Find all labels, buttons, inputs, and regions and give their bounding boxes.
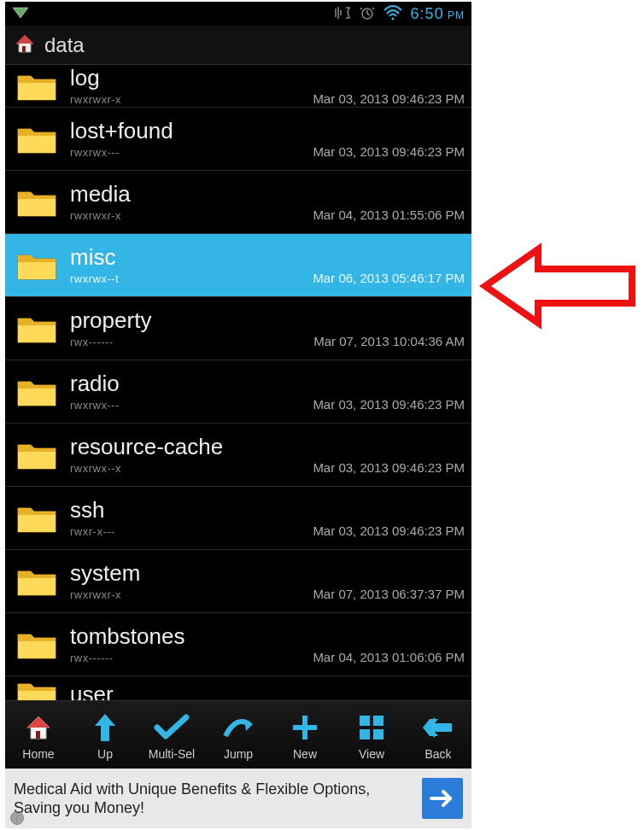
file-name: user: [70, 682, 465, 700]
file-info: logrwxrwxr-xMar 03, 2013 09:46:23 PM: [70, 66, 465, 107]
file-info: systemrwxrwxr-xMar 07, 2013 06:37:37 PM: [70, 561, 465, 602]
svg-point-2: [391, 17, 394, 20]
folder-icon: [12, 312, 61, 346]
file-date: Mar 06, 2013 05:46:17 PM: [313, 271, 465, 285]
file-date: Mar 03, 2013 09:46:23 PM: [313, 91, 465, 106]
file-permissions: rwx------: [70, 652, 114, 664]
svg-rect-7: [360, 729, 370, 739]
file-name: ssh: [70, 498, 465, 523]
file-permissions: rwxrwx---: [70, 399, 120, 412]
file-permissions: rwxrwxr-x: [70, 588, 121, 601]
view-button[interactable]: View: [341, 710, 402, 761]
status-bar: 6:50 PM: [5, 2, 471, 26]
file-row-misc[interactable]: miscrwxrwx--tMar 06, 2013 05:46:17 PM: [5, 234, 471, 297]
jump-button[interactable]: Jump: [208, 710, 269, 761]
check-icon: [154, 710, 190, 745]
file-name: system: [70, 561, 465, 586]
file-row-system[interactable]: systemrwxrwxr-xMar 07, 2013 06:37:37 PM: [5, 550, 471, 613]
alarm-icon: [360, 5, 375, 23]
toolbar-label: View: [359, 747, 384, 761]
file-date: Mar 04, 2013 01:55:06 PM: [313, 208, 465, 222]
up-arrow-icon: [90, 710, 120, 745]
home-icon: [23, 710, 54, 745]
ad-arrow-button[interactable]: [422, 778, 463, 819]
svg-rect-4: [36, 731, 40, 739]
file-row-log[interactable]: logrwxrwxr-xMar 03, 2013 09:46:23 PM: [5, 65, 471, 108]
file-list[interactable]: logrwxrwxr-xMar 03, 2013 09:46:23 PMlost…: [5, 65, 471, 700]
file-date: Mar 04, 2013 01:06:06 PM: [313, 650, 465, 664]
file-name: lost+found: [70, 119, 465, 143]
file-date: Mar 03, 2013 09:46:23 PM: [313, 144, 465, 159]
jump-arrow-icon: [220, 710, 256, 745]
file-name: radio: [70, 371, 465, 396]
svg-rect-3: [22, 46, 26, 52]
phone-frame: 6:50 PM data logrwxrwxr-xMar 03, 2013 09…: [5, 2, 471, 828]
file-name: tombstones: [70, 624, 465, 649]
toolbar-label: Back: [424, 747, 451, 761]
file-row-ssh[interactable]: sshrwxr-x---Mar 03, 2013 09:46:23 PM: [5, 487, 471, 550]
file-date: Mar 03, 2013 09:46:23 PM: [313, 523, 465, 538]
plus-icon: [290, 710, 320, 745]
wifi-icon: [383, 5, 402, 23]
folder-icon: [12, 628, 61, 662]
file-info: tombstonesrwx------Mar 04, 2013 01:06:06…: [70, 624, 465, 665]
multisel-button[interactable]: Multi-Sel: [141, 710, 202, 761]
annotation-arrow: [478, 239, 641, 336]
svg-rect-5: [360, 716, 370, 726]
folder-icon: [12, 375, 61, 409]
svg-rect-6: [373, 716, 383, 726]
folder-icon: [12, 69, 61, 103]
file-row-lost+found[interactable]: lost+foundrwxrwx---Mar 03, 2013 09:46:23…: [5, 108, 471, 171]
file-info: user: [70, 682, 465, 700]
file-permissions: rwx------: [70, 336, 114, 348]
file-info: propertyrwx------Mar 07, 2013 10:04:36 A…: [70, 308, 465, 349]
file-row-radio[interactable]: radiorwxrwx---Mar 03, 2013 09:46:23 PM: [5, 360, 471, 424]
toolbar-label: Multi-Sel: [149, 747, 195, 761]
home-icon: [14, 32, 36, 58]
file-date: Mar 03, 2013 09:46:23 PM: [313, 460, 465, 475]
file-date: Mar 07, 2013 10:04:36 AM: [313, 334, 465, 348]
toolbar-label: Up: [97, 747, 113, 761]
path-bar[interactable]: data: [5, 26, 471, 65]
file-name: resource-cache: [70, 435, 465, 459]
file-permissions: rwxrwx---: [70, 146, 120, 159]
vibrate-icon: [334, 5, 351, 23]
file-row-resource-cache[interactable]: resource-cacherwxrwx--xMar 03, 2013 09:4…: [5, 424, 471, 487]
toolbar-label: New: [293, 747, 317, 761]
folder-icon: [12, 564, 61, 599]
up-button[interactable]: Up: [74, 710, 136, 761]
file-name: property: [70, 308, 465, 333]
file-row-tombstones[interactable]: tombstonesrwx------Mar 04, 2013 01:06:06…: [5, 613, 471, 676]
file-date: Mar 07, 2013 06:37:37 PM: [313, 587, 465, 601]
new-button[interactable]: New: [274, 710, 336, 761]
path-label: data: [44, 33, 85, 57]
svg-rect-8: [373, 729, 383, 739]
folder-icon: [12, 248, 61, 283]
file-name: misc: [70, 245, 465, 270]
file-permissions: rwxrwx--x: [70, 462, 121, 475]
file-info: sshrwxr-x---Mar 03, 2013 09:46:23 PM: [70, 498, 465, 539]
toolbar-label: Home: [22, 747, 54, 761]
file-date: Mar 03, 2013 09:46:23 PM: [313, 397, 465, 412]
folder-icon: [12, 122, 61, 156]
folder-icon: [12, 677, 61, 700]
file-name: log: [70, 66, 465, 91]
toolbar-label: Jump: [224, 747, 253, 761]
file-info: mediarwxrwxr-xMar 04, 2013 01:55:06 PM: [70, 182, 465, 223]
file-info: resource-cacherwxrwx--xMar 03, 2013 09:4…: [70, 435, 465, 476]
file-permissions: rwxrwx--t: [70, 272, 119, 285]
file-row-user[interactable]: user: [5, 676, 471, 700]
file-info: radiorwxrwx---Mar 03, 2013 09:46:23 PM: [70, 371, 465, 412]
file-row-media[interactable]: mediarwxrwxr-xMar 04, 2013 01:55:06 PM: [5, 171, 471, 234]
ad-banner[interactable]: Medical Aid with Unique Benefits & Flexi…: [5, 769, 471, 828]
folder-icon: [12, 438, 61, 472]
back-button[interactable]: Back: [407, 710, 469, 761]
grid-icon: [356, 710, 387, 745]
ad-info-icon[interactable]: i: [10, 811, 24, 825]
home-button[interactable]: Home: [8, 710, 69, 761]
file-info: miscrwxrwx--tMar 06, 2013 05:46:17 PM: [70, 245, 465, 286]
file-row-property[interactable]: propertyrwx------Mar 07, 2013 10:04:36 A…: [5, 297, 471, 360]
tether-icon: [12, 7, 29, 21]
folder-icon: [12, 185, 61, 219]
bottom-toolbar: HomeUpMulti-SelJumpNewViewBack: [5, 700, 471, 769]
